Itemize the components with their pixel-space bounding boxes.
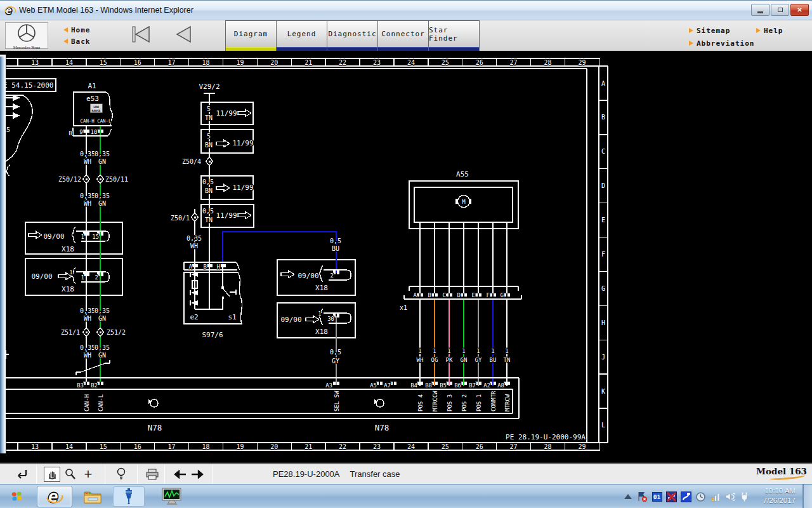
ruler-col-label: 26 <box>476 443 483 450</box>
window-title: Web ETM Model 163 - Windows Internet Exp… <box>19 6 193 15</box>
back-link[interactable]: Back <box>63 36 91 47</box>
screen: { "window":{"title":"Web ETM Model 163 -… <box>0 0 812 508</box>
tab-star-finder[interactable]: Star Finder <box>429 21 480 51</box>
wireless-alert-icon[interactable] <box>710 491 721 502</box>
diagram-viewport: 1313141415151616171718181919202021212222… <box>0 51 812 462</box>
return-button[interactable] <box>13 467 29 482</box>
minimize-icon <box>757 11 763 13</box>
splice-z51-2 <box>97 328 104 337</box>
wire-color-code: OG <box>431 357 438 363</box>
action-center-icon[interactable] <box>637 491 648 502</box>
spark-plug-icon <box>121 488 136 505</box>
taskbar-clock[interactable]: 10:10 AM 7/26/2017 <box>763 486 796 505</box>
svg-text:N78: N78 <box>148 423 162 432</box>
system-tray: 01 <box>622 485 750 508</box>
svg-text:M: M <box>462 199 466 205</box>
splice-z50-1 <box>192 213 199 222</box>
svg-text:2: 2 <box>95 274 98 281</box>
time-sync-icon[interactable] <box>695 491 706 502</box>
ruler-row-label: C <box>601 148 605 155</box>
viewer-toolbar: + PE28.19-U-2000A Transfer case Model 16… <box>0 462 812 484</box>
wire-size-label: 1 <box>418 348 421 354</box>
abbreviation-link[interactable]: Abbreviation <box>689 37 754 49</box>
pin-label: A8 <box>497 382 504 389</box>
volume-icon[interactable] <box>724 491 735 502</box>
svg-text:0,35: 0,35 <box>95 344 110 351</box>
taskbar-ie-button[interactable]: e <box>37 486 72 507</box>
next-page-button[interactable] <box>190 467 206 482</box>
document-title: Transfer case <box>350 469 400 479</box>
ruler-col-label: 19 <box>236 443 244 450</box>
splice-z50-12 <box>83 175 90 184</box>
input-indicator-icon[interactable]: 01 <box>652 491 662 502</box>
svg-text:N78: N78 <box>375 423 390 432</box>
clock-date: 7/26/2017 <box>763 496 796 505</box>
highlight-lamp-tool[interactable] <box>113 467 129 482</box>
home-link[interactable]: Home <box>63 24 91 36</box>
ruler-col-label: 29 <box>578 59 586 66</box>
start-button[interactable] <box>6 485 28 507</box>
taskbar-explorer-button[interactable] <box>76 486 109 507</box>
svg-text:0,5: 0,5 <box>330 237 341 244</box>
svg-text:09/00: 09/00 <box>280 316 301 324</box>
print-button[interactable] <box>144 467 160 482</box>
svg-text:11/99: 11/99 <box>232 139 253 147</box>
signal-label: MTRCCW <box>432 391 438 411</box>
splice-z50-4 <box>206 157 213 166</box>
maximize-button[interactable] <box>771 4 789 16</box>
svg-text:Z51/1: Z51/1 <box>61 329 80 336</box>
tab-diagnostic[interactable]: Diagnostic <box>327 21 378 51</box>
ruler-row-label: J <box>601 354 605 361</box>
close-button[interactable]: ✕ <box>790 4 809 16</box>
svg-text:B3: B3 <box>77 382 84 389</box>
svg-text:GY: GY <box>332 358 339 364</box>
svg-text:09/00: 09/00 <box>43 232 64 241</box>
svg-text:X18: X18 <box>315 284 328 292</box>
skip-to-start-button[interactable] <box>129 24 154 47</box>
tab-connector[interactable]: Connector <box>378 21 429 51</box>
ruler-row-label: B <box>601 114 605 121</box>
svg-text:BN: BN <box>205 187 213 194</box>
help-link[interactable]: Help <box>756 25 783 36</box>
sitemap-link[interactable]: Sitemap <box>689 25 730 36</box>
minimize-button[interactable] <box>751 4 769 16</box>
prev-page-button[interactable] <box>171 467 188 482</box>
svg-text:0,35: 0,35 <box>95 307 110 314</box>
svg-text:WH: WH <box>84 158 91 165</box>
svg-text:09/00: 09/00 <box>298 272 318 280</box>
taskbar-diagnostic-button[interactable] <box>113 486 145 507</box>
wire-color-code: TN <box>504 357 511 363</box>
svg-text:A55: A55 <box>456 170 469 178</box>
pin-label: B5 <box>440 382 447 389</box>
wire-color-code: GY <box>475 357 482 363</box>
tab-label: Diagram <box>226 21 276 47</box>
ruler-col-label: 17 <box>168 59 176 66</box>
show-desktop-button[interactable] <box>802 485 812 508</box>
diagram-left-scrollbar[interactable] <box>0 55 6 453</box>
network-error-icon[interactable] <box>666 491 677 502</box>
svg-text:2: 2 <box>331 272 334 279</box>
svg-text:5: 5 <box>207 133 211 140</box>
svg-text:11/99: 11/99 <box>232 184 253 192</box>
ruler-col-label: 16 <box>134 59 141 66</box>
hidden-icons-button[interactable] <box>622 491 633 502</box>
back-arrow-icon <box>63 39 68 44</box>
svg-text:e: e <box>48 487 58 506</box>
svg-text:S97/6: S97/6 <box>202 331 223 339</box>
signal-label: POS 3 <box>447 394 453 411</box>
taskbar-monitor-button[interactable] <box>151 486 193 507</box>
ruler-col-label: 13 <box>31 443 39 450</box>
svg-text:WH: WH <box>84 200 91 207</box>
svg-text:A1: A1 <box>88 82 96 90</box>
pan-hand-tool[interactable] <box>44 467 60 482</box>
document-ref: PE28.19-U-2000A <box>273 469 340 479</box>
svg-text:TN: TN <box>205 217 213 224</box>
tab-diagram[interactable]: Diagram <box>226 21 277 51</box>
step-back-button[interactable] <box>173 24 195 47</box>
power-plug-icon[interactable] <box>739 491 750 502</box>
svg-text:GN: GN <box>98 315 106 322</box>
lan-connection-icon[interactable] <box>681 491 691 502</box>
tab-legend[interactable]: Legend <box>277 21 327 51</box>
zoom-tool[interactable] <box>62 467 79 482</box>
zoom-in-tool[interactable]: + <box>80 467 96 482</box>
